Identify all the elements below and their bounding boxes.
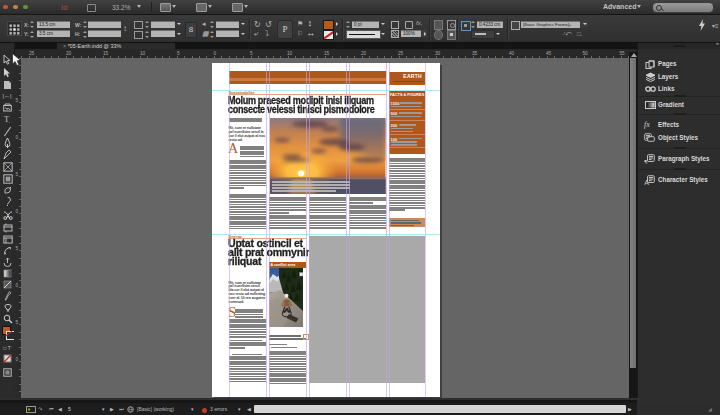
svg-text:A: A [644,179,649,186]
